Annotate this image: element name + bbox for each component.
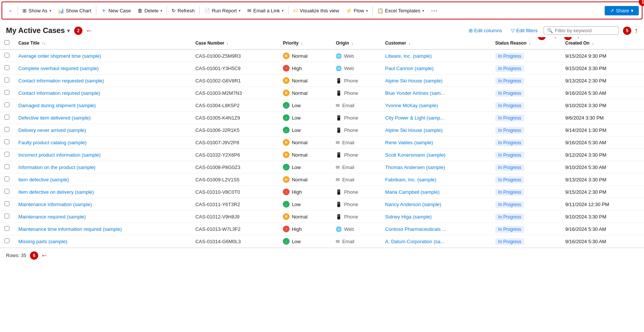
row-checkbox[interactable]	[4, 115, 9, 120]
row-checkbox[interactable]	[4, 90, 9, 95]
edit-columns-button[interactable]: ⊞ Edit columns	[466, 26, 505, 35]
filter-input[interactable]	[555, 28, 615, 33]
origin-icon: 📱	[336, 152, 342, 158]
case-title-link[interactable]: Maintenance required (sample)	[18, 214, 86, 220]
show-chart-button[interactable]: 📊 Show Chart	[55, 6, 94, 15]
row-checkbox[interactable]	[4, 127, 9, 132]
case-title-link[interactable]: Item defective (sample)	[18, 177, 69, 182]
customer-link[interactable]: Rene Valdes (sample)	[385, 140, 433, 145]
case-title-link[interactable]: Item defective on delivery (sample)	[18, 189, 94, 195]
origin-icon: ✉	[336, 177, 340, 182]
priority-label: Normal	[292, 152, 308, 158]
row-checkbox[interactable]	[4, 152, 9, 157]
show-chart-icon: 📊	[58, 8, 64, 13]
row-status: In Progress	[491, 136, 561, 149]
visualize-button[interactable]: 🏷 Visualize this view	[290, 6, 342, 15]
refresh-button[interactable]: ↻ Refresh	[169, 6, 198, 15]
case-title-link[interactable]: Information on the product (sample)	[18, 165, 96, 170]
view-title-chevron-icon[interactable]: ▾	[67, 28, 70, 34]
excel-button[interactable]: 📋 Excel Templates ▾	[374, 6, 427, 15]
callout-arrow-4: ↓	[577, 37, 580, 39]
case-title-link[interactable]: Defective item delivered (sample)	[18, 115, 91, 121]
customer-link[interactable]: Fabrikam, Inc. (sample)	[385, 177, 436, 182]
flow-button[interactable]: ⚡ Flow ▾	[343, 6, 371, 15]
customer-link[interactable]: Litware, Inc. (sample)	[385, 53, 432, 59]
edit-filters-button[interactable]: ▽ Edit filters	[508, 26, 541, 35]
case-title-link[interactable]: Maintenance information (sample)	[18, 202, 92, 207]
row-checkbox[interactable]	[4, 226, 9, 231]
customer-link[interactable]: Paul Cannon (sample)	[385, 66, 433, 71]
row-checkbox[interactable]	[4, 102, 9, 107]
row-priority: ✕ Normal	[278, 87, 332, 99]
case-title-link[interactable]: Contact information required (sample)	[18, 90, 100, 96]
row-checkbox[interactable]	[4, 53, 9, 58]
customer-link[interactable]: Alpine Ski House (sample)	[385, 78, 442, 84]
col-case-title[interactable]: Case Title ↑↓	[14, 37, 191, 49]
row-checkbox[interactable]	[4, 214, 9, 218]
case-title-link[interactable]: Incorrect product information (sample)	[18, 152, 101, 158]
priority-icon: ↓	[283, 238, 290, 245]
delete-button[interactable]: 🗑 Delete ▾	[134, 6, 165, 15]
case-title-link[interactable]: Complete overhaul required (sample)	[18, 66, 99, 71]
row-case-number: CAS-01008-P8G0Z3	[191, 161, 278, 173]
new-case-button[interactable]: ＋ New Case	[98, 5, 134, 16]
row-checkbox[interactable]	[4, 176, 9, 181]
customer-link[interactable]: Yvonne McKay (sample)	[385, 103, 438, 108]
case-title-link[interactable]: Average order shipment time (sample)	[18, 53, 101, 59]
customer-link[interactable]: Blue Yonder Airlines (sam...	[385, 90, 445, 96]
email-link-button[interactable]: ✉ Email a Link ▾	[244, 6, 287, 15]
row-priority: ✕ Normal	[278, 49, 332, 62]
select-all-checkbox[interactable]	[4, 40, 9, 45]
row-origin: 📱 Phone	[331, 75, 381, 87]
back-button[interactable]: ←	[5, 6, 16, 15]
row-created-on: 9/16/2024 5:30 AM	[561, 87, 644, 99]
row-count: Rows: 35	[6, 253, 26, 258]
customer-link[interactable]: Nancy Anderson (sample)	[385, 202, 441, 207]
case-title-link[interactable]: Damaged during shipment (sample)	[18, 103, 96, 108]
row-checkbox[interactable]	[4, 189, 9, 194]
row-checkbox[interactable]	[4, 65, 9, 70]
customer-link[interactable]: Thomas Andersen (sample)	[385, 165, 445, 170]
col-origin[interactable]: Origin ↓	[331, 37, 381, 49]
row-checkbox[interactable]	[4, 201, 9, 206]
col-priority[interactable]: Priority ↓	[278, 37, 332, 49]
row-customer: A. Datum Corporation (sa...	[381, 235, 491, 248]
run-report-button[interactable]: 📄 Run Report ▾	[201, 6, 244, 15]
row-created-on: 9/15/2024 9:30 PM	[561, 49, 644, 62]
row-case-title: Maintenance time information required (s…	[14, 223, 191, 235]
col-status-reason[interactable]: Status Reason ↓ 3 ↓ 4 ↓	[491, 37, 561, 49]
row-priority: ↓ Low	[278, 124, 332, 136]
show-as-button[interactable]: ⊞ Show As ▾	[19, 6, 54, 15]
row-case-number: CAS-01010-V8C0T0	[191, 186, 278, 198]
filter-input-wrap[interactable]: 🔍	[544, 26, 619, 35]
customer-link[interactable]: Scott Konersmann (sample)	[385, 152, 445, 158]
case-title-link[interactable]: Maintenance time information required (s…	[18, 226, 122, 232]
case-title-link[interactable]: Missing parts (sample)	[18, 239, 67, 244]
row-checkbox[interactable]	[4, 238, 9, 243]
row-created-on: 9/12/2024 3:30 PM	[561, 149, 644, 161]
customer-link[interactable]: City Power & Light (samp...	[385, 115, 444, 121]
col-case-number[interactable]: Case Number ↓	[191, 37, 278, 49]
row-checkbox[interactable]	[4, 164, 9, 169]
customer-link[interactable]: Sidney Higa (sample)	[385, 214, 432, 220]
more-options-button[interactable]: ⋯	[428, 5, 441, 16]
col-customer[interactable]: Customer ↓	[381, 37, 491, 49]
customer-link[interactable]: Contoso Pharmaceuticals ...	[385, 226, 446, 232]
row-status: In Progress	[491, 124, 561, 136]
row-status: In Progress	[491, 75, 561, 87]
show-as-caret-icon: ▾	[49, 9, 51, 13]
customer-link[interactable]: A. Datum Corporation (sa...	[385, 239, 444, 244]
row-origin: 🌐 Web	[331, 49, 381, 62]
customer-link[interactable]: Maria Campbell (sample)	[385, 189, 439, 195]
case-title-link[interactable]: Contact information requested (sample)	[18, 78, 104, 84]
case-title-link[interactable]: Faulty product catalog (sample)	[18, 140, 87, 145]
case-title-link[interactable]: Delivery never arrived (sample)	[18, 127, 86, 133]
customer-link[interactable]: Alpine Ski House (sample)	[385, 127, 442, 133]
col-created-on[interactable]: Created On ↓	[561, 37, 644, 49]
status-badge: In Progress	[495, 201, 524, 208]
row-checkbox[interactable]	[4, 78, 9, 82]
share-button[interactable]: ↗ Share ▾	[605, 6, 639, 15]
callout-badge-5: 5	[623, 27, 631, 35]
row-checkbox[interactable]	[4, 139, 9, 144]
callout-badge-1: 1	[639, 0, 644, 6]
